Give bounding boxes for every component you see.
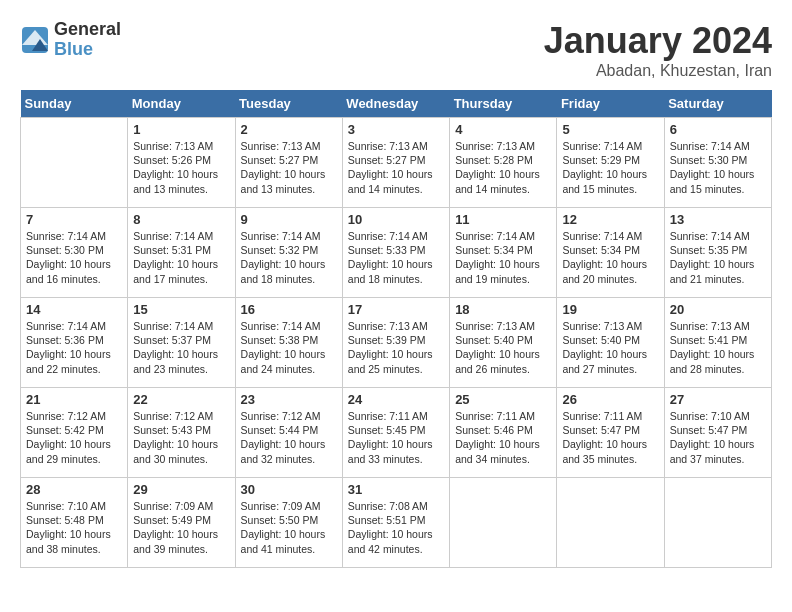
cell-info: Sunrise: 7:14 AMSunset: 5:30 PMDaylight:… [670,139,766,196]
calendar-cell: 21Sunrise: 7:12 AMSunset: 5:42 PMDayligh… [21,388,128,478]
calendar-cell: 22Sunrise: 7:12 AMSunset: 5:43 PMDayligh… [128,388,235,478]
cell-date-number: 8 [133,212,229,227]
cell-date-number: 19 [562,302,658,317]
cell-info: Sunrise: 7:10 AMSunset: 5:48 PMDaylight:… [26,499,122,556]
logo: General Blue [20,20,121,60]
cell-date-number: 7 [26,212,122,227]
weekday-header-tuesday: Tuesday [235,90,342,118]
cell-info: Sunrise: 7:13 AMSunset: 5:39 PMDaylight:… [348,319,444,376]
logo-icon [20,25,50,55]
calendar-cell: 19Sunrise: 7:13 AMSunset: 5:40 PMDayligh… [557,298,664,388]
cell-date-number: 3 [348,122,444,137]
cell-date-number: 21 [26,392,122,407]
cell-date-number: 31 [348,482,444,497]
calendar-cell [557,478,664,568]
calendar-cell: 18Sunrise: 7:13 AMSunset: 5:40 PMDayligh… [450,298,557,388]
weekday-header-friday: Friday [557,90,664,118]
cell-info: Sunrise: 7:14 AMSunset: 5:30 PMDaylight:… [26,229,122,286]
weekday-header-sunday: Sunday [21,90,128,118]
cell-date-number: 18 [455,302,551,317]
calendar-cell: 23Sunrise: 7:12 AMSunset: 5:44 PMDayligh… [235,388,342,478]
cell-info: Sunrise: 7:14 AMSunset: 5:35 PMDaylight:… [670,229,766,286]
cell-info: Sunrise: 7:13 AMSunset: 5:40 PMDaylight:… [455,319,551,376]
calendar-cell: 26Sunrise: 7:11 AMSunset: 5:47 PMDayligh… [557,388,664,478]
calendar-cell: 14Sunrise: 7:14 AMSunset: 5:36 PMDayligh… [21,298,128,388]
cell-date-number: 1 [133,122,229,137]
calendar-cell: 27Sunrise: 7:10 AMSunset: 5:47 PMDayligh… [664,388,771,478]
cell-date-number: 26 [562,392,658,407]
calendar-cell: 4Sunrise: 7:13 AMSunset: 5:28 PMDaylight… [450,118,557,208]
cell-date-number: 5 [562,122,658,137]
cell-date-number: 9 [241,212,337,227]
cell-date-number: 6 [670,122,766,137]
calendar-cell: 30Sunrise: 7:09 AMSunset: 5:50 PMDayligh… [235,478,342,568]
cell-date-number: 25 [455,392,551,407]
cell-date-number: 4 [455,122,551,137]
calendar-cell: 17Sunrise: 7:13 AMSunset: 5:39 PMDayligh… [342,298,449,388]
cell-info: Sunrise: 7:13 AMSunset: 5:28 PMDaylight:… [455,139,551,196]
cell-info: Sunrise: 7:11 AMSunset: 5:46 PMDaylight:… [455,409,551,466]
cell-info: Sunrise: 7:14 AMSunset: 5:34 PMDaylight:… [562,229,658,286]
cell-date-number: 17 [348,302,444,317]
calendar-table: SundayMondayTuesdayWednesdayThursdayFrid… [20,90,772,568]
cell-info: Sunrise: 7:09 AMSunset: 5:49 PMDaylight:… [133,499,229,556]
cell-date-number: 28 [26,482,122,497]
weekday-header-row: SundayMondayTuesdayWednesdayThursdayFrid… [21,90,772,118]
calendar-cell: 10Sunrise: 7:14 AMSunset: 5:33 PMDayligh… [342,208,449,298]
calendar-cell: 20Sunrise: 7:13 AMSunset: 5:41 PMDayligh… [664,298,771,388]
cell-date-number: 27 [670,392,766,407]
cell-info: Sunrise: 7:14 AMSunset: 5:36 PMDaylight:… [26,319,122,376]
cell-info: Sunrise: 7:13 AMSunset: 5:27 PMDaylight:… [241,139,337,196]
cell-info: Sunrise: 7:12 AMSunset: 5:42 PMDaylight:… [26,409,122,466]
week-row-1: 1Sunrise: 7:13 AMSunset: 5:26 PMDaylight… [21,118,772,208]
logo-general-label: General [54,20,121,40]
week-row-3: 14Sunrise: 7:14 AMSunset: 5:36 PMDayligh… [21,298,772,388]
calendar-cell: 13Sunrise: 7:14 AMSunset: 5:35 PMDayligh… [664,208,771,298]
calendar-cell [664,478,771,568]
cell-info: Sunrise: 7:14 AMSunset: 5:31 PMDaylight:… [133,229,229,286]
calendar-cell: 11Sunrise: 7:14 AMSunset: 5:34 PMDayligh… [450,208,557,298]
calendar-cell: 28Sunrise: 7:10 AMSunset: 5:48 PMDayligh… [21,478,128,568]
month-title: January 2024 [544,20,772,62]
cell-date-number: 23 [241,392,337,407]
calendar-cell: 1Sunrise: 7:13 AMSunset: 5:26 PMDaylight… [128,118,235,208]
logo-blue-label: Blue [54,40,121,60]
cell-info: Sunrise: 7:13 AMSunset: 5:27 PMDaylight:… [348,139,444,196]
cell-date-number: 11 [455,212,551,227]
cell-date-number: 13 [670,212,766,227]
calendar-cell: 16Sunrise: 7:14 AMSunset: 5:38 PMDayligh… [235,298,342,388]
weekday-header-wednesday: Wednesday [342,90,449,118]
cell-date-number: 15 [133,302,229,317]
cell-info: Sunrise: 7:14 AMSunset: 5:32 PMDaylight:… [241,229,337,286]
title-block: January 2024 Abadan, Khuzestan, Iran [544,20,772,80]
cell-date-number: 22 [133,392,229,407]
calendar-cell: 3Sunrise: 7:13 AMSunset: 5:27 PMDaylight… [342,118,449,208]
week-row-4: 21Sunrise: 7:12 AMSunset: 5:42 PMDayligh… [21,388,772,478]
cell-info: Sunrise: 7:08 AMSunset: 5:51 PMDaylight:… [348,499,444,556]
calendar-cell: 29Sunrise: 7:09 AMSunset: 5:49 PMDayligh… [128,478,235,568]
cell-info: Sunrise: 7:14 AMSunset: 5:34 PMDaylight:… [455,229,551,286]
cell-info: Sunrise: 7:12 AMSunset: 5:43 PMDaylight:… [133,409,229,466]
calendar-cell: 31Sunrise: 7:08 AMSunset: 5:51 PMDayligh… [342,478,449,568]
page-header: General Blue January 2024 Abadan, Khuzes… [20,20,772,80]
cell-info: Sunrise: 7:14 AMSunset: 5:38 PMDaylight:… [241,319,337,376]
cell-date-number: 30 [241,482,337,497]
calendar-cell: 8Sunrise: 7:14 AMSunset: 5:31 PMDaylight… [128,208,235,298]
weekday-header-thursday: Thursday [450,90,557,118]
calendar-cell: 7Sunrise: 7:14 AMSunset: 5:30 PMDaylight… [21,208,128,298]
cell-date-number: 14 [26,302,122,317]
calendar-cell: 25Sunrise: 7:11 AMSunset: 5:46 PMDayligh… [450,388,557,478]
weekday-header-monday: Monday [128,90,235,118]
calendar-cell: 6Sunrise: 7:14 AMSunset: 5:30 PMDaylight… [664,118,771,208]
cell-info: Sunrise: 7:13 AMSunset: 5:40 PMDaylight:… [562,319,658,376]
cell-date-number: 20 [670,302,766,317]
cell-date-number: 10 [348,212,444,227]
week-row-2: 7Sunrise: 7:14 AMSunset: 5:30 PMDaylight… [21,208,772,298]
cell-date-number: 29 [133,482,229,497]
cell-info: Sunrise: 7:09 AMSunset: 5:50 PMDaylight:… [241,499,337,556]
cell-info: Sunrise: 7:13 AMSunset: 5:26 PMDaylight:… [133,139,229,196]
cell-date-number: 24 [348,392,444,407]
calendar-cell: 5Sunrise: 7:14 AMSunset: 5:29 PMDaylight… [557,118,664,208]
cell-info: Sunrise: 7:13 AMSunset: 5:41 PMDaylight:… [670,319,766,376]
week-row-5: 28Sunrise: 7:10 AMSunset: 5:48 PMDayligh… [21,478,772,568]
